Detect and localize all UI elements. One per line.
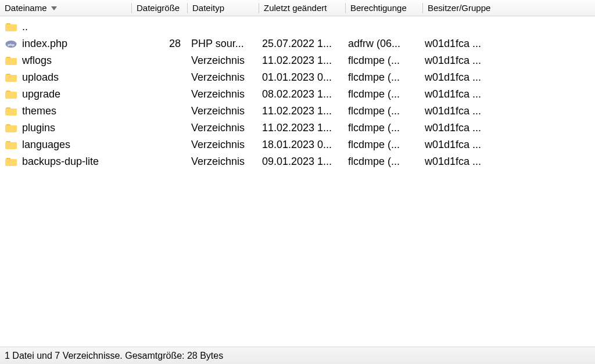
column-header-name[interactable]: Dateiname bbox=[0, 0, 131, 16]
file-permissions: flcdmpe (... bbox=[343, 139, 420, 151]
file-row[interactable]: backups-dup-liteVerzeichnis09.01.2023 1.… bbox=[0, 153, 595, 170]
file-name: upgrade bbox=[22, 88, 60, 100]
file-name: plugins bbox=[22, 122, 55, 134]
column-header-size-label: Dateigröße bbox=[137, 3, 180, 13]
svg-text:php: php bbox=[8, 42, 15, 46]
folder-icon bbox=[5, 106, 17, 117]
file-permissions: flcdmpe (... bbox=[343, 156, 420, 168]
column-header-modified-label: Zuletzt geändert bbox=[264, 3, 327, 13]
file-permissions: flcdmpe (... bbox=[343, 71, 420, 84]
file-owner: w01d1fca ... bbox=[420, 71, 501, 84]
file-owner: w01d1fca ... bbox=[420, 55, 501, 67]
file-row[interactable]: phpindex.php28PHP sour...25.07.2022 1...… bbox=[0, 35, 595, 52]
file-row[interactable]: uploadsVerzeichnis01.01.2023 0...flcdmpe… bbox=[0, 69, 595, 86]
file-modified: 08.02.2023 1... bbox=[257, 88, 343, 100]
file-permissions: adfrw (06... bbox=[343, 38, 420, 50]
file-type: Verzeichnis bbox=[187, 139, 257, 151]
file-type: Verzeichnis bbox=[187, 88, 257, 100]
file-type: Verzeichnis bbox=[187, 122, 257, 134]
file-owner: w01d1fca ... bbox=[420, 38, 501, 50]
file-name: wflogs bbox=[22, 55, 52, 67]
file-row[interactable]: wflogsVerzeichnis11.02.2023 1...flcdmpe … bbox=[0, 52, 595, 69]
file-row[interactable]: themesVerzeichnis11.02.2023 1...flcdmpe … bbox=[0, 103, 595, 120]
column-header-type-label: Dateityp bbox=[192, 3, 224, 13]
column-header-row: Dateiname Dateigröße Dateityp Zuletzt ge… bbox=[0, 0, 595, 16]
file-owner: w01d1fca ... bbox=[420, 139, 501, 151]
file-name: .. bbox=[22, 21, 28, 33]
file-name: uploads bbox=[22, 71, 59, 84]
file-modified: 01.01.2023 0... bbox=[257, 71, 343, 84]
folder-icon bbox=[5, 157, 17, 167]
file-row[interactable]: upgradeVerzeichnis08.02.2023 1...flcdmpe… bbox=[0, 86, 595, 103]
file-type: Verzeichnis bbox=[187, 55, 257, 67]
file-list[interactable]: ..phpindex.php28PHP sour...25.07.2022 1.… bbox=[0, 16, 595, 347]
parent-dir-row[interactable]: .. bbox=[0, 19, 595, 35]
file-modified: 18.01.2023 0... bbox=[257, 139, 343, 151]
file-owner: w01d1fca ... bbox=[420, 156, 501, 168]
php-file-icon: php bbox=[5, 39, 17, 49]
file-type: Verzeichnis bbox=[187, 71, 257, 84]
file-modified: 25.07.2022 1... bbox=[257, 38, 343, 50]
file-modified: 09.01.2023 1... bbox=[257, 156, 343, 168]
status-bar: 1 Datei und 7 Verzeichnisse. Gesamtgröße… bbox=[0, 347, 595, 364]
file-owner: w01d1fca ... bbox=[420, 88, 501, 100]
file-type: PHP sour... bbox=[187, 38, 257, 50]
folder-icon bbox=[5, 73, 17, 83]
column-header-owner-label: Besitzer/Gruppe bbox=[428, 3, 490, 13]
file-permissions: flcdmpe (... bbox=[343, 105, 420, 117]
file-name: themes bbox=[22, 105, 56, 117]
status-bar-text: 1 Datei und 7 Verzeichnisse. Gesamtgröße… bbox=[5, 351, 223, 361]
sort-descending-icon bbox=[51, 5, 58, 11]
column-header-type[interactable]: Dateityp bbox=[188, 0, 259, 16]
folder-icon bbox=[5, 89, 17, 100]
file-permissions: flcdmpe (... bbox=[343, 55, 420, 67]
file-type: Verzeichnis bbox=[187, 156, 257, 168]
file-row[interactable]: languagesVerzeichnis18.01.2023 0...flcdm… bbox=[0, 136, 595, 153]
column-header-size[interactable]: Dateigröße bbox=[132, 0, 187, 16]
file-name: languages bbox=[22, 139, 70, 151]
file-owner: w01d1fca ... bbox=[420, 105, 501, 117]
file-modified: 11.02.2023 1... bbox=[257, 105, 343, 117]
column-header-permissions[interactable]: Berechtigunge bbox=[346, 0, 422, 16]
column-header-owner[interactable]: Besitzer/Gruppe bbox=[423, 0, 504, 16]
folder-icon bbox=[5, 140, 17, 150]
file-name: index.php bbox=[22, 38, 67, 50]
file-modified: 11.02.2023 1... bbox=[257, 122, 343, 134]
file-row[interactable]: pluginsVerzeichnis11.02.2023 1...flcdmpe… bbox=[0, 120, 595, 136]
column-header-name-label: Dateiname bbox=[5, 3, 47, 13]
file-type: Verzeichnis bbox=[187, 105, 257, 117]
column-header-permissions-label: Berechtigunge bbox=[350, 3, 407, 13]
file-size: 28 bbox=[131, 38, 187, 50]
folder-icon bbox=[5, 56, 17, 66]
file-permissions: flcdmpe (... bbox=[343, 88, 420, 100]
file-modified: 11.02.2023 1... bbox=[257, 55, 343, 67]
file-owner: w01d1fca ... bbox=[420, 122, 501, 134]
folder-icon bbox=[5, 22, 17, 33]
folder-icon bbox=[5, 123, 17, 134]
file-name: backups-dup-lite bbox=[22, 156, 99, 168]
column-header-modified[interactable]: Zuletzt geändert bbox=[259, 0, 345, 16]
file-permissions: flcdmpe (... bbox=[343, 122, 420, 134]
